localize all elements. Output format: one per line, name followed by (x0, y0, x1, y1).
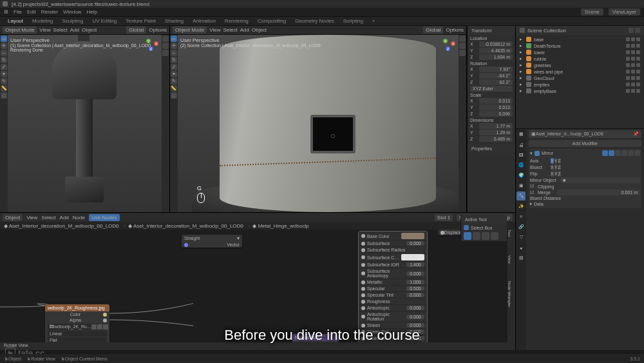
prop-tab-texture[interactable]: ▨ (516, 253, 526, 262)
edit-menu[interactable]: Edit (27, 9, 36, 15)
drag-mode-2[interactable] (473, 232, 480, 240)
add-menu[interactable]: Add (70, 27, 79, 33)
mod-realtime-icon[interactable] (602, 150, 608, 156)
ne-node[interactable]: Node (73, 215, 85, 221)
prop-tab-data[interactable]: ▽ (516, 233, 526, 242)
prop-tab-scene[interactable]: 🌐 (516, 161, 526, 170)
drag-mode-1[interactable] (464, 232, 471, 240)
tool-measure-2[interactable]: 📏 (171, 85, 177, 92)
tool-rotate[interactable]: ↻ (1, 57, 7, 63)
nav-gizmo-2[interactable]: X Y Z (440, 37, 456, 53)
filter-icon[interactable] (629, 28, 634, 33)
loc-y[interactable]: 4.4835 m (479, 48, 513, 54)
bsdf-subsurface-anisotropy[interactable]: Subsurface Anisotropy0.000 (359, 268, 427, 279)
outliner-item-base[interactable]: ▸base (518, 36, 641, 43)
select-menu[interactable]: Select (53, 27, 68, 33)
bsdf-metallic[interactable]: Metallic1.000 (359, 279, 427, 285)
bsdf-roughness[interactable]: Roughness (359, 298, 427, 304)
outliner-item-greebles[interactable]: ▸greebles (518, 62, 641, 68)
workspace-tab-modeling[interactable]: Modeling (32, 18, 53, 24)
outliner-item-wires and pipe[interactable]: ▸wires and pipe (518, 68, 641, 75)
rot-z[interactable]: 82.3° (479, 79, 513, 85)
workspace-tab-sculpting[interactable]: Sculpting (62, 18, 84, 24)
mod-render-icon[interactable] (621, 150, 627, 156)
tab-tool[interactable] (162, 43, 169, 49)
prop-tab-object[interactable]: ▣ (516, 181, 526, 190)
outliner-item-GeoCloud[interactable]: ▸GeoCloud (518, 75, 641, 81)
ne-breadcrumb-0[interactable]: ◆ Aset_Interior_decoration_M_wdboclp_00_… (4, 223, 119, 229)
view-menu-2[interactable]: View (209, 27, 220, 33)
ne-breadcrumb-1[interactable]: ›◆ Aset_Interior_decoration_M_wdboclp_00… (124, 223, 243, 229)
dim-z[interactable]: 0.405 m (479, 136, 513, 142)
file-menu[interactable]: File (14, 9, 22, 15)
outliner-item-DeathTexture[interactable]: ▸DeathTexture (518, 43, 641, 49)
tool-scale[interactable]: ⤢ (1, 64, 7, 70)
rot-y[interactable]: -84.2° (479, 73, 513, 79)
workspace-tab-compositing[interactable]: Compositing (258, 18, 286, 24)
tool-scale-2[interactable]: ⤢ (171, 64, 177, 70)
viewport-right[interactable]: Object Mode View Select Add Object Globa… (170, 26, 467, 212)
viewport-left[interactable]: Object Mode View Select Add Object Globa… (0, 26, 170, 212)
prop-tab-view[interactable]: 🖼 (516, 150, 526, 159)
object-menu-2[interactable]: Object (252, 27, 267, 33)
bsdf-specular-tint[interactable]: Specular Tint0.000 (359, 291, 427, 298)
bsdf-subsurface[interactable]: Subsurface0.000 (359, 240, 427, 246)
outliner-item-tower[interactable]: ▸tower (518, 49, 641, 55)
bsdf-anisotropic-rotation[interactable]: Anisotropic Rotation0.000 (359, 311, 427, 322)
dim-x[interactable]: 1.77 m (479, 123, 513, 129)
ne-add[interactable]: Add (60, 215, 69, 221)
select-menu-2[interactable]: Select (223, 27, 237, 33)
loc-z[interactable]: 1.604 m (479, 54, 513, 60)
props-head[interactable]: Properties (468, 144, 515, 153)
bsdf-base-color[interactable]: Base Color (359, 231, 427, 240)
workspace-tab-animation[interactable]: Animation (193, 18, 216, 24)
tool-move-2[interactable]: ↔ (171, 50, 177, 56)
vector-node[interactable]: Straight▾ Vector (182, 235, 242, 248)
options-btn-2[interactable]: Options (446, 27, 464, 33)
mod-cage-icon[interactable] (615, 150, 621, 156)
ne-view[interactable]: View (26, 215, 37, 221)
viewlayer-dropdown[interactable]: ViewLayer (609, 8, 640, 15)
ne-select[interactable]: Select (41, 215, 55, 221)
tool-select[interactable]: ▭ (1, 35, 7, 42)
outliner-item-empties[interactable]: ▸empties (518, 81, 641, 88)
outliner-item-emptyBase[interactable]: ▸emptyBase (518, 88, 641, 94)
tool-measure[interactable]: 📏 (1, 85, 7, 92)
sc-x[interactable]: 0.013 (479, 98, 513, 104)
tab-view[interactable] (162, 50, 169, 56)
prop-tab-physics[interactable]: ⚛ (516, 212, 526, 221)
mod-close-icon[interactable] (634, 150, 640, 156)
tool-select-2[interactable]: ▭ (171, 35, 177, 42)
workspace-tab-uv-editing[interactable]: UV Editing (92, 18, 117, 24)
slot-dropdown[interactable]: Slot 1 (435, 214, 453, 221)
prop-tab-world[interactable]: 🌍 (516, 171, 526, 180)
bsdf-anisotropic[interactable]: Anisotropic0.000 (359, 304, 427, 311)
prop-tab-particle[interactable]: ✨ (516, 202, 526, 211)
mod-menu-icon[interactable] (628, 150, 634, 156)
tab-item-2[interactable] (459, 35, 466, 42)
loc-x[interactable]: -0.038812 m (479, 41, 513, 47)
prop-tab-material[interactable]: ● (516, 243, 526, 252)
use-nodes-toggle[interactable]: Use Nodes (89, 214, 120, 221)
bsdf-subsurface-c-[interactable]: Subsurface C… (359, 253, 427, 261)
scene-dropdown[interactable]: Scene (581, 8, 603, 15)
tool-addcube[interactable]: □ (1, 92, 7, 99)
mode-dropdown-2[interactable]: Object Mode (173, 26, 207, 34)
bsdf-subsurface-radius[interactable]: Subsurface Radius (359, 246, 427, 253)
bsdf-specular[interactable]: Specular0.500 (359, 285, 427, 291)
ne-canvas[interactable]: Straight▾ Vector wdboclp_2K_Roughness.jp… (0, 230, 460, 342)
mode-dropdown[interactable]: Object Mode (3, 26, 37, 34)
help-menu[interactable]: Help (86, 9, 97, 15)
tool-addcube-2[interactable]: □ (171, 92, 177, 99)
tool-cursor-2[interactable]: ✛ (171, 43, 177, 49)
object-menu[interactable]: Object (82, 27, 97, 33)
workspace-tab-texture-paint[interactable]: Texture Paint (126, 18, 156, 24)
options-btn[interactable]: Options (149, 27, 167, 33)
tab-tool-2[interactable] (459, 43, 466, 49)
workspace-tab-rendering[interactable]: Rendering (225, 18, 249, 24)
dim-y[interactable]: 1.29 m (479, 130, 513, 135)
ne-tab-view[interactable]: View (507, 255, 511, 281)
mod-edit-icon[interactable] (609, 150, 614, 156)
outliner-item-rubble[interactable]: ▸rubble (518, 55, 641, 62)
tab-view-2[interactable] (459, 50, 466, 56)
